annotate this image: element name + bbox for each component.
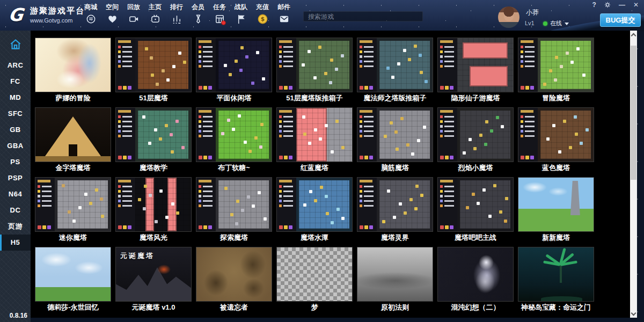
game-card[interactable]: 平面休闲塔 — [196, 38, 272, 103]
sidebar-item-PS[interactable]: PS — [0, 154, 31, 170]
avatar[interactable] — [498, 6, 519, 28]
game-card[interactable]: 魔塔教学 — [115, 107, 192, 172]
game-thumbnail — [115, 38, 192, 92]
menu-item-空间[interactable]: 空间 — [102, 3, 122, 25]
scrollbar[interactable] — [630, 31, 637, 318]
game-card[interactable]: 蓝色魔塔 — [518, 107, 594, 172]
game-title: 原初法则 — [357, 303, 433, 312]
game-card[interactable]: 魔塔风光 — [115, 177, 192, 242]
game-thumbnail — [357, 247, 433, 302]
game-card[interactable]: 51层魔塔 — [115, 38, 192, 103]
game-thumbnail — [518, 247, 594, 302]
game-thumbnail — [115, 177, 192, 232]
game-title: 魔塔灵界 — [357, 233, 433, 242]
game-title: 梦 — [276, 303, 353, 312]
menu-item-邮件[interactable]: 邮件 — [274, 3, 294, 25]
sidebar-item-GBA[interactable]: GBA — [0, 138, 31, 154]
game-title: 蓝色魔塔 — [518, 164, 594, 172]
game-card[interactable]: 51层魔塔版推箱子 — [276, 38, 353, 103]
help-button[interactable]: ? — [592, 1, 596, 9]
game-card[interactable]: 新新魔塔 — [518, 177, 594, 242]
game-card[interactable]: 魔塔灵界 — [357, 177, 433, 242]
menu-item-任务[interactable]: 任务 — [209, 3, 230, 25]
menu-item-战队[interactable]: 战队 — [231, 3, 251, 25]
menu-item-label: 主页 — [149, 3, 162, 11]
sidebar-item-SFC[interactable]: SFC — [0, 106, 31, 122]
game-title: 布丁软糖~ — [196, 164, 272, 172]
svg-text:$: $ — [260, 16, 264, 22]
game-card[interactable]: 隐形仙子游魔塔 — [437, 38, 514, 103]
game-card[interactable]: 被遗忘者 — [196, 247, 272, 312]
bug-submit-button[interactable]: BUG提交 — [600, 13, 641, 27]
game-thumbnail — [276, 107, 353, 162]
menu-item-label: 回放 — [127, 3, 140, 11]
scroll-down-button[interactable] — [630, 309, 637, 318]
game-card[interactable]: 红蓝魔塔 — [276, 107, 353, 172]
game-card[interactable]: 神秘岛宝藏：命运之门 — [518, 247, 594, 312]
game-card[interactable]: 金字塔魔塔 — [35, 107, 111, 172]
menu-item-商城[interactable]: 商城 — [80, 3, 101, 25]
menu-item-会员[interactable]: 会员 — [188, 3, 208, 25]
sidebar-item-MD[interactable]: MD — [0, 90, 31, 106]
menu-item-充值[interactable]: 充值$ — [252, 3, 273, 25]
game-card[interactable]: 原初法则 — [357, 247, 433, 312]
game-thumbnail: 元诞魔塔 — [115, 247, 192, 302]
menu-item-排行[interactable]: 排行 — [166, 3, 187, 25]
game-card[interactable]: 元诞魔塔元诞魔塔 v1.0 — [115, 247, 192, 312]
chevron-down-icon — [565, 23, 569, 25]
game-title: 魔法师之塔版推箱子 — [357, 94, 433, 103]
game-title: 神秘岛宝藏：命运之门 — [518, 303, 594, 312]
settings-gear-icon[interactable] — [604, 2, 611, 8]
game-card[interactable]: 魔塔水潭 — [276, 177, 353, 242]
app-url: www.Gotvg.com — [30, 17, 85, 24]
status-dropdown[interactable]: 在线 — [543, 19, 569, 27]
game-title: 魔塔吧吧主战 — [437, 233, 514, 242]
game-card[interactable]: 魔法师之塔版推箱子 — [357, 38, 433, 103]
sidebar-item-FC[interactable]: FC — [0, 74, 31, 90]
game-card[interactable]: 德莉莎-永世回忆 — [35, 247, 111, 312]
sidebar-item-H5[interactable]: H5 — [0, 235, 31, 251]
game-thumbnail — [437, 177, 514, 232]
search-input[interactable] — [303, 11, 423, 21]
ranking-icon — [171, 13, 182, 25]
game-card[interactable]: 脑筋魔塔 — [357, 107, 433, 172]
game-title: 烈焰小魔塔 — [437, 164, 514, 172]
game-card[interactable]: 迷你魔塔 — [35, 177, 111, 242]
game-card[interactable]: 梦 — [276, 247, 353, 312]
scrollbar-thumb[interactable] — [631, 46, 636, 180]
menu-item-label: 邮件 — [277, 3, 290, 11]
thumb-stats-panel — [357, 178, 377, 231]
game-title: 红蓝魔塔 — [276, 164, 353, 172]
game-title: 冒险魔塔 — [518, 94, 594, 103]
app-title: 游聚游戏平台 — [30, 6, 85, 16]
game-title: 魔塔风光 — [115, 233, 192, 242]
game-card[interactable]: 冒险魔塔 — [518, 38, 594, 103]
sidebar-item-home[interactable] — [0, 34, 31, 55]
game-card[interactable]: 探索魔塔 — [196, 177, 272, 242]
game-card[interactable]: 烈焰小魔塔 — [437, 107, 514, 172]
sidebar-item-页游[interactable]: 页游 — [0, 218, 31, 235]
game-card[interactable]: 混沌幻想（二） — [437, 247, 514, 312]
sidebar-item-N64[interactable]: N64 — [0, 186, 31, 202]
menu-item-label: 充值 — [256, 3, 269, 11]
scroll-up-button[interactable] — [630, 31, 637, 39]
menu-item-主页[interactable]: 主页 — [145, 3, 165, 25]
game-title: 51层魔塔版推箱子 — [276, 94, 353, 103]
sidebar-item-GB[interactable]: GB — [0, 122, 31, 138]
game-card[interactable]: 萨娜的冒险 — [35, 38, 111, 103]
game-thumbnail — [115, 107, 192, 162]
minimize-button[interactable]: — — [619, 1, 625, 9]
game-card[interactable]: 魔塔吧吧主战 — [437, 177, 514, 242]
thumb-stats-panel — [438, 38, 457, 92]
game-title: 平面休闲塔 — [196, 94, 272, 103]
thumb-stats-panel — [357, 108, 377, 162]
sidebar-item-DC[interactable]: DC — [0, 202, 31, 218]
sidebar-item-PSP[interactable]: PSP — [0, 170, 31, 186]
menu-item-回放[interactable]: 回放 — [123, 3, 144, 25]
heart-icon — [106, 13, 118, 25]
game-card[interactable]: 布丁软糖~ — [196, 107, 272, 172]
close-button[interactable]: ✕ — [633, 1, 639, 9]
thumb-stats-panel — [35, 178, 55, 231]
sidebar-item-ARC[interactable]: ARC — [0, 57, 31, 74]
video-camera-icon — [128, 13, 140, 25]
